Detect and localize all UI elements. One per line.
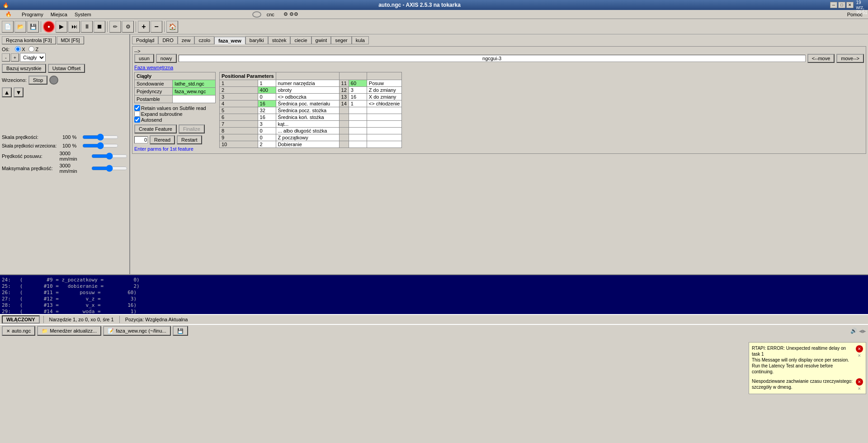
- tab-zew[interactable]: zew: [178, 36, 195, 44]
- toolbar-step[interactable]: ⏭: [68, 21, 80, 33]
- jog-mode-select[interactable]: Ciągły 0.001 0.01 0.1: [20, 53, 46, 62]
- bazuj-btn[interactable]: Bazuj wszystkie: [2, 64, 46, 73]
- row4-num: 4: [220, 100, 258, 107]
- row5-val2[interactable]: [349, 107, 367, 114]
- tab-gwint[interactable]: gwint: [311, 36, 331, 44]
- row10-val[interactable]: 2: [258, 141, 276, 148]
- titlebar-controls: ─ □ ✕ sob 19 wrz, 20:51: [830, 2, 865, 8]
- taskbar: ✕ auto.ngc 📁 Menedżer aktualizz... 📝 faz…: [0, 324, 868, 337]
- toolbar-params[interactable]: ⚙: [122, 21, 134, 33]
- finalize-btn[interactable]: Finalize: [179, 124, 205, 133]
- row2-val[interactable]: 400: [258, 87, 276, 94]
- tab-seger[interactable]: seger: [331, 36, 352, 44]
- restart-btn[interactable]: Restart: [177, 135, 202, 144]
- tab-ciecie[interactable]: ciecie: [290, 36, 311, 44]
- toolbar-minus[interactable]: −: [151, 21, 162, 33]
- retain-checkbox[interactable]: [134, 105, 140, 111]
- tab-mdi[interactable]: MDI [F5]: [57, 36, 84, 44]
- row1-val[interactable]: 1: [258, 80, 276, 87]
- notif-1-close[interactable]: ✕: [856, 345, 863, 352]
- move-left-btn[interactable]: <--move: [807, 54, 835, 63]
- row5-desc2: [367, 107, 402, 114]
- taskbar-btn-faza[interactable]: 📝 faza_wew.ngc (~/linu...: [103, 326, 171, 336]
- wrzeciono-label: Wrzeciono:: [2, 77, 27, 83]
- arrow-down[interactable]: ▼: [14, 87, 24, 97]
- jog-plus-btn[interactable]: +: [11, 53, 19, 62]
- close-btn[interactable]: ✕: [846, 2, 854, 8]
- row3-val[interactable]: 0: [258, 94, 276, 100]
- toolbar-stop-red[interactable]: ●: [43, 21, 55, 33]
- row8-num2: [339, 128, 349, 134]
- app-icon2: 🔥: [2, 10, 15, 18]
- cnc-icons: ⚙ ⚙⚙: [280, 10, 302, 18]
- slider-wrzeciona-value: 100 %: [62, 143, 80, 148]
- row9-val[interactable]: 0: [258, 134, 276, 141]
- toolbar-home[interactable]: 🏠: [166, 21, 178, 33]
- os-x-radio[interactable]: [15, 46, 21, 52]
- taskbar-btn-menedzer[interactable]: 📁 Menedżer aktualizz...: [37, 326, 101, 336]
- row3-val2[interactable]: 16: [349, 94, 367, 100]
- row2-val2[interactable]: 3: [349, 87, 367, 94]
- row1-val2[interactable]: 60: [349, 80, 367, 87]
- create-feature-btn[interactable]: Create Feature: [134, 124, 177, 133]
- notif-2-close[interactable]: ✕: [856, 378, 863, 386]
- pojedynczy-value[interactable]: faza_wew.ngc: [173, 88, 216, 95]
- tab-faza-wew[interactable]: faza_wew: [214, 37, 245, 44]
- nowy-btn[interactable]: nowy: [156, 54, 177, 63]
- toolbar-new[interactable]: 📄: [2, 21, 14, 33]
- slider-max-input[interactable]: [91, 165, 127, 172]
- autosend-checkbox[interactable]: [134, 117, 140, 123]
- jog-minus-btn[interactable]: -: [2, 53, 10, 62]
- sondowanie-value[interactable]: lathe_std.ngc: [173, 80, 216, 88]
- usun-btn[interactable]: usun: [134, 54, 154, 63]
- reread-btn[interactable]: Reread: [150, 135, 175, 144]
- expand-checkbox[interactable]: [134, 111, 140, 117]
- taskbar-btn-axis[interactable]: ✕ auto.ngc: [2, 326, 35, 336]
- spindle-icon[interactable]: [49, 76, 58, 85]
- minimize-btn[interactable]: ─: [830, 2, 837, 8]
- slider-wrzeciona-input[interactable]: [82, 142, 118, 149]
- notif-2-dismiss[interactable]: ✕: [858, 386, 861, 391]
- row6-val[interactable]: 16: [258, 114, 276, 121]
- menu-system[interactable]: System: [71, 11, 95, 18]
- slider-posuw-input[interactable]: [91, 152, 127, 160]
- toolbar-save[interactable]: 💾: [27, 21, 39, 33]
- faza-label[interactable]: Faza wewnętrzna: [134, 65, 864, 70]
- toolbar-pause[interactable]: ⏸: [81, 21, 93, 33]
- tab-dro[interactable]: DRO: [158, 36, 177, 44]
- os-z-radio[interactable]: [28, 46, 34, 52]
- row8-val[interactable]: 0: [258, 128, 276, 134]
- postamble-value[interactable]: [173, 95, 216, 103]
- toolbar-open[interactable]: 📂: [14, 21, 26, 33]
- tab-podglad[interactable]: Podgląd: [132, 36, 158, 44]
- toolbar-plus[interactable]: +: [138, 21, 150, 33]
- move-right-btn[interactable]: move-->: [836, 54, 864, 63]
- toolbar-run[interactable]: ▶: [56, 21, 67, 33]
- tab-kula[interactable]: kula: [352, 36, 369, 44]
- code-line-28: 28: ( #13 = v_x = 16): [2, 302, 866, 309]
- maximize-btn[interactable]: □: [838, 2, 845, 8]
- row4-val[interactable]: 16: [258, 100, 276, 107]
- menu-programy[interactable]: Programy: [18, 11, 47, 18]
- ustaw-btn[interactable]: Ustaw Offset: [48, 64, 85, 73]
- tab-czolo[interactable]: czolo: [194, 36, 214, 44]
- slider-predkosc-input[interactable]: [82, 133, 118, 141]
- separator2: [107, 21, 108, 32]
- row7-val[interactable]: 3: [258, 121, 276, 128]
- tab-reczna[interactable]: Ręczna kontrola [F3]: [2, 36, 56, 44]
- toolbar-stop2[interactable]: ⏹: [94, 21, 105, 33]
- toolbar-edit[interactable]: ✏: [109, 21, 121, 33]
- row5-val[interactable]: 32: [258, 107, 276, 114]
- taskbar-btn-save[interactable]: 💾: [173, 326, 188, 336]
- stop-btn[interactable]: Stop: [28, 76, 48, 85]
- menu-miejsca[interactable]: Miejsca: [47, 11, 71, 18]
- row4-val2[interactable]: 1: [349, 100, 367, 107]
- autosend-label: Autosend: [141, 117, 162, 123]
- tab-barylki[interactable]: barylki: [245, 36, 268, 44]
- bazuj-row: Bazuj wszystkie Ustaw Offset: [2, 64, 127, 73]
- arrow-up[interactable]: ▲: [2, 87, 12, 97]
- notif-1-dismiss[interactable]: ✕: [858, 353, 861, 358]
- help-label[interactable]: Pomoc: [844, 11, 866, 18]
- tab-stozek[interactable]: stożek: [268, 36, 291, 44]
- count-input[interactable]: [134, 136, 148, 143]
